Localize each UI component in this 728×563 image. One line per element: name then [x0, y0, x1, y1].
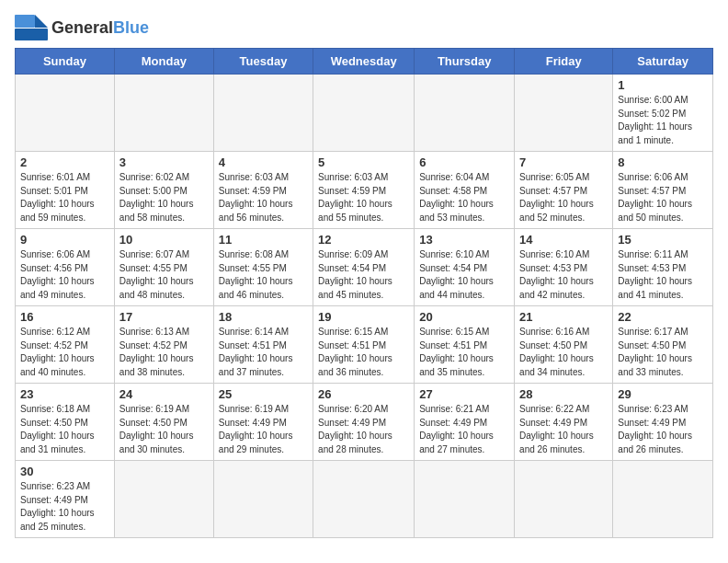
weekday-header-sunday: Sunday	[16, 49, 115, 75]
day-info: Sunrise: 6:01 AM Sunset: 5:01 PM Dayligh…	[20, 171, 109, 224]
weekday-header-saturday: Saturday	[613, 49, 713, 75]
day-number: 5	[318, 155, 409, 169]
day-number: 27	[419, 387, 509, 401]
calendar-week-row: 30Sunrise: 6:23 AM Sunset: 4:49 PM Dayli…	[16, 461, 713, 538]
day-info: Sunrise: 6:02 AM Sunset: 5:00 PM Dayligh…	[119, 171, 209, 224]
day-number: 26	[318, 387, 409, 401]
calendar-cell: 19Sunrise: 6:15 AM Sunset: 4:51 PM Dayli…	[313, 306, 415, 384]
calendar-cell: 1Sunrise: 6:00 AM Sunset: 5:02 PM Daylig…	[613, 75, 713, 152]
calendar-cell: 9Sunrise: 6:06 AM Sunset: 4:56 PM Daylig…	[16, 229, 115, 306]
day-info: Sunrise: 6:19 AM Sunset: 4:50 PM Dayligh…	[119, 403, 209, 456]
day-info: Sunrise: 6:03 AM Sunset: 4:59 PM Dayligh…	[219, 171, 308, 224]
day-info: Sunrise: 6:17 AM Sunset: 4:50 PM Dayligh…	[618, 326, 708, 379]
calendar-week-row: 1Sunrise: 6:00 AM Sunset: 5:02 PM Daylig…	[16, 75, 713, 152]
calendar-cell	[313, 75, 415, 152]
day-info: Sunrise: 6:22 AM Sunset: 4:49 PM Dayligh…	[519, 403, 608, 456]
day-info: Sunrise: 6:12 AM Sunset: 4:52 PM Dayligh…	[20, 326, 109, 379]
weekday-header-monday: Monday	[114, 49, 213, 75]
day-info: Sunrise: 6:18 AM Sunset: 4:50 PM Dayligh…	[20, 403, 109, 456]
day-number: 14	[519, 233, 608, 247]
calendar-cell: 25Sunrise: 6:19 AM Sunset: 4:49 PM Dayli…	[213, 384, 313, 461]
calendar-cell	[415, 75, 515, 152]
calendar-cell: 6Sunrise: 6:04 AM Sunset: 4:58 PM Daylig…	[415, 152, 515, 229]
calendar-cell	[16, 75, 115, 152]
calendar-table: SundayMondayTuesdayWednesdayThursdayFrid…	[15, 48, 713, 538]
calendar-cell: 11Sunrise: 6:08 AM Sunset: 4:55 PM Dayli…	[213, 229, 313, 306]
day-info: Sunrise: 6:23 AM Sunset: 4:49 PM Dayligh…	[20, 480, 109, 534]
day-info: Sunrise: 6:15 AM Sunset: 4:51 PM Dayligh…	[419, 326, 509, 379]
calendar-week-row: 2Sunrise: 6:01 AM Sunset: 5:01 PM Daylig…	[16, 152, 713, 229]
day-info: Sunrise: 6:10 AM Sunset: 4:54 PM Dayligh…	[419, 248, 509, 302]
calendar-week-row: 16Sunrise: 6:12 AM Sunset: 4:52 PM Dayli…	[16, 306, 713, 384]
weekday-header-wednesday: Wednesday	[313, 49, 415, 75]
calendar-cell: 20Sunrise: 6:15 AM Sunset: 4:51 PM Dayli…	[415, 306, 515, 384]
day-number: 24	[119, 387, 209, 401]
day-number: 10	[119, 233, 209, 247]
weekday-header-tuesday: Tuesday	[213, 49, 313, 75]
day-number: 17	[119, 310, 209, 324]
calendar-cell: 5Sunrise: 6:03 AM Sunset: 4:59 PM Daylig…	[313, 152, 415, 229]
day-info: Sunrise: 6:06 AM Sunset: 4:57 PM Dayligh…	[618, 171, 708, 224]
day-number: 28	[519, 387, 608, 401]
day-info: Sunrise: 6:11 AM Sunset: 4:53 PM Dayligh…	[618, 248, 708, 302]
calendar-cell: 22Sunrise: 6:17 AM Sunset: 4:50 PM Dayli…	[613, 306, 713, 384]
day-number: 25	[219, 387, 308, 401]
calendar-cell: 18Sunrise: 6:14 AM Sunset: 4:51 PM Dayli…	[213, 306, 313, 384]
svg-rect-0	[15, 15, 35, 28]
weekday-header-thursday: Thursday	[415, 49, 515, 75]
day-info: Sunrise: 6:03 AM Sunset: 4:59 PM Dayligh…	[318, 171, 409, 224]
calendar-cell: 16Sunrise: 6:12 AM Sunset: 4:52 PM Dayli…	[16, 306, 115, 384]
calendar-cell	[213, 75, 313, 152]
day-info: Sunrise: 6:09 AM Sunset: 4:54 PM Dayligh…	[318, 248, 409, 302]
day-info: Sunrise: 6:19 AM Sunset: 4:49 PM Dayligh…	[219, 403, 308, 456]
day-info: Sunrise: 6:15 AM Sunset: 4:51 PM Dayligh…	[318, 326, 409, 379]
day-number: 6	[419, 155, 509, 169]
day-info: Sunrise: 6:23 AM Sunset: 4:49 PM Dayligh…	[618, 403, 708, 456]
day-info: Sunrise: 6:06 AM Sunset: 4:56 PM Dayligh…	[20, 248, 109, 302]
logo-text: GeneralBlue	[51, 19, 149, 37]
calendar-cell: 29Sunrise: 6:23 AM Sunset: 4:49 PM Dayli…	[613, 384, 713, 461]
calendar-cell	[613, 461, 713, 538]
calendar-cell: 23Sunrise: 6:18 AM Sunset: 4:50 PM Dayli…	[16, 384, 115, 461]
calendar-cell	[415, 461, 515, 538]
page-header: GeneralBlue	[15, 15, 713, 40]
calendar-week-row: 23Sunrise: 6:18 AM Sunset: 4:50 PM Dayli…	[16, 384, 713, 461]
weekday-header-row: SundayMondayTuesdayWednesdayThursdayFrid…	[16, 49, 713, 75]
calendar-cell: 12Sunrise: 6:09 AM Sunset: 4:54 PM Dayli…	[313, 229, 415, 306]
calendar-cell: 21Sunrise: 6:16 AM Sunset: 4:50 PM Dayli…	[515, 306, 613, 384]
day-info: Sunrise: 6:13 AM Sunset: 4:52 PM Dayligh…	[119, 326, 209, 379]
day-number: 15	[618, 233, 708, 247]
calendar-cell: 8Sunrise: 6:06 AM Sunset: 4:57 PM Daylig…	[613, 152, 713, 229]
calendar-cell	[515, 75, 613, 152]
day-info: Sunrise: 6:21 AM Sunset: 4:49 PM Dayligh…	[419, 403, 509, 456]
day-number: 3	[119, 155, 209, 169]
day-number: 21	[519, 310, 608, 324]
day-number: 29	[618, 387, 708, 401]
day-number: 20	[419, 310, 509, 324]
day-info: Sunrise: 6:07 AM Sunset: 4:55 PM Dayligh…	[119, 248, 209, 302]
day-number: 1	[618, 78, 708, 92]
calendar-cell	[313, 461, 415, 538]
day-info: Sunrise: 6:04 AM Sunset: 4:58 PM Dayligh…	[419, 171, 509, 224]
day-number: 11	[219, 233, 308, 247]
day-number: 2	[20, 155, 109, 169]
calendar-cell: 10Sunrise: 6:07 AM Sunset: 4:55 PM Dayli…	[114, 229, 213, 306]
day-info: Sunrise: 6:10 AM Sunset: 4:53 PM Dayligh…	[519, 248, 608, 302]
calendar-cell: 28Sunrise: 6:22 AM Sunset: 4:49 PM Dayli…	[515, 384, 613, 461]
calendar-week-row: 9Sunrise: 6:06 AM Sunset: 4:56 PM Daylig…	[16, 229, 713, 306]
day-info: Sunrise: 6:14 AM Sunset: 4:51 PM Dayligh…	[219, 326, 308, 379]
calendar-cell	[213, 461, 313, 538]
calendar-cell: 24Sunrise: 6:19 AM Sunset: 4:50 PM Dayli…	[114, 384, 213, 461]
calendar-cell: 30Sunrise: 6:23 AM Sunset: 4:49 PM Dayli…	[16, 461, 115, 538]
calendar-cell: 27Sunrise: 6:21 AM Sunset: 4:49 PM Dayli…	[415, 384, 515, 461]
calendar-cell: 7Sunrise: 6:05 AM Sunset: 4:57 PM Daylig…	[515, 152, 613, 229]
day-number: 18	[219, 310, 308, 324]
day-number: 19	[318, 310, 409, 324]
logo-icon	[15, 15, 48, 40]
day-number: 16	[20, 310, 109, 324]
day-number: 22	[618, 310, 708, 324]
calendar-cell: 15Sunrise: 6:11 AM Sunset: 4:53 PM Dayli…	[613, 229, 713, 306]
day-number: 12	[318, 233, 409, 247]
day-number: 7	[519, 155, 608, 169]
day-info: Sunrise: 6:16 AM Sunset: 4:50 PM Dayligh…	[519, 326, 608, 379]
